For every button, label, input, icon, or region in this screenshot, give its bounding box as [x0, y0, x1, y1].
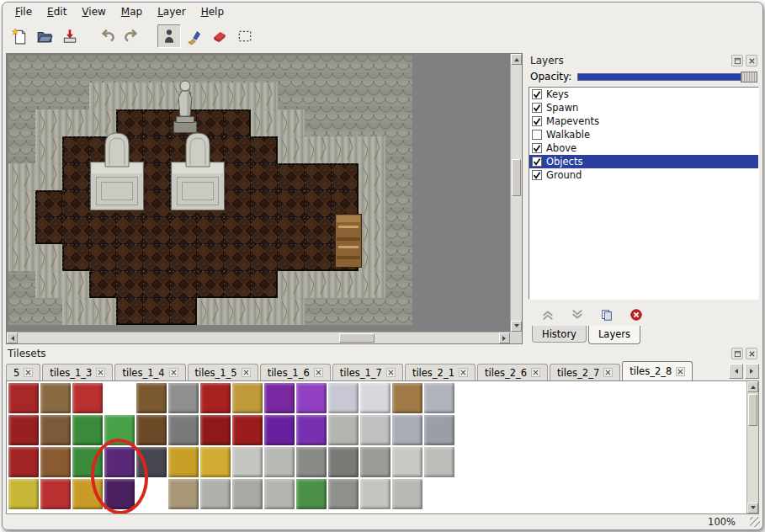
close-icon[interactable]	[746, 55, 757, 66]
opacity-slider-handle[interactable]	[741, 72, 757, 82]
tileset-tab-5[interactable]: 5	[6, 364, 40, 380]
detach-icon[interactable]	[731, 55, 743, 66]
tileset-tile[interactable]	[168, 415, 199, 445]
tileset-tile[interactable]	[328, 415, 359, 445]
tileset-tile[interactable]	[296, 447, 327, 477]
layer-row-keys[interactable]: Keys	[529, 88, 758, 101]
menu-help[interactable]: Help	[194, 4, 231, 19]
tileset-tile[interactable]	[40, 447, 71, 477]
tileset-tile[interactable]	[264, 383, 295, 413]
tileset-tab-tiles_1_7[interactable]: tiles_1_7	[332, 364, 403, 380]
layer-visibility-checkbox[interactable]	[532, 143, 542, 153]
tileset-tile[interactable]	[424, 447, 454, 477]
tileset-tile[interactable]	[264, 447, 295, 477]
map-horizontal-scrollbar[interactable]	[7, 332, 510, 343]
tileset-tile[interactable]	[8, 447, 39, 477]
tileset-tile[interactable]	[104, 415, 135, 445]
tileset-tile[interactable]	[136, 383, 167, 413]
layer-visibility-checkbox[interactable]	[532, 103, 542, 113]
menu-view[interactable]: View	[74, 4, 113, 19]
tileset-tab-tiles_1_5[interactable]: tiles_1_5	[188, 364, 258, 380]
tab-scroll-left-icon[interactable]	[729, 364, 743, 379]
tileset-tile[interactable]	[296, 479, 327, 509]
tileset-tab-tiles_2_1[interactable]: tiles_2_1	[405, 364, 475, 380]
tileset-tile[interactable]	[232, 415, 263, 445]
tileset-tile[interactable]	[232, 447, 263, 477]
tab-close-icon[interactable]	[96, 368, 105, 377]
tab-scroll-right-icon[interactable]	[745, 364, 759, 379]
tileset-tile[interactable]	[264, 415, 295, 445]
tab-close-icon[interactable]	[242, 368, 251, 377]
tab-close-icon[interactable]	[386, 368, 396, 377]
tileset-tile[interactable]	[360, 479, 390, 509]
tileset-tile[interactable]	[296, 383, 327, 413]
tileset-tile[interactable]	[392, 479, 422, 509]
menu-file[interactable]: File	[8, 4, 40, 19]
tileset-tile[interactable]	[328, 447, 359, 477]
opacity-slider-track[interactable]	[577, 73, 757, 81]
save-button[interactable]	[58, 24, 82, 48]
tileset-tile[interactable]	[392, 415, 422, 445]
tileset-tab-tiles_2_8[interactable]: tiles_2_8	[622, 361, 693, 380]
layer-row-objects[interactable]: Objects	[529, 155, 758, 168]
scroll-down-icon[interactable]	[511, 321, 522, 332]
tileset-tile[interactable]	[72, 479, 103, 509]
scroll-down-icon[interactable]	[747, 503, 758, 513]
tileset-tile[interactable]	[40, 415, 71, 445]
close-icon[interactable]	[746, 348, 757, 359]
layer-visibility-checkbox[interactable]	[532, 170, 542, 180]
tileset-tile[interactable]	[8, 479, 39, 509]
tab-close-icon[interactable]	[603, 368, 613, 377]
menu-layer[interactable]: Layer	[150, 4, 193, 19]
tileset-tab-tiles_2_7[interactable]: tiles_2_7	[550, 364, 620, 380]
stamp-tool-button[interactable]	[157, 24, 181, 48]
tileset-tile[interactable]	[8, 383, 39, 413]
tab-close-icon[interactable]	[459, 368, 468, 377]
map-canvas[interactable]	[8, 56, 412, 325]
tileset-tab-tiles_1_3[interactable]: tiles_1_3	[42, 364, 113, 380]
tileset-tile[interactable]	[328, 479, 359, 509]
layer-row-mapevents[interactable]: Mapevents	[529, 114, 758, 128]
tileset-tile[interactable]	[360, 447, 390, 477]
tileset-tile[interactable]	[360, 415, 390, 445]
scroll-up-icon[interactable]	[747, 381, 758, 392]
layer-visibility-checkbox[interactable]	[532, 130, 542, 140]
detach-icon[interactable]	[731, 348, 743, 359]
tileset-tile[interactable]	[168, 447, 199, 477]
tileset-tile[interactable]	[232, 479, 263, 509]
vertical-scroll-thumb[interactable]	[512, 159, 521, 196]
tileset-tile[interactable]	[392, 447, 422, 477]
dock-tab-layers[interactable]: Layers	[588, 326, 640, 344]
scroll-left-icon[interactable]	[7, 332, 18, 343]
resize-grip-icon[interactable]	[750, 517, 760, 527]
move-layer-down-button[interactable]	[568, 306, 587, 323]
tileset-tile[interactable]	[264, 479, 295, 509]
tileset-tile[interactable]	[168, 479, 199, 509]
opacity-slider[interactable]	[577, 72, 757, 82]
tileset-tile[interactable]	[232, 383, 263, 413]
tileset-tile[interactable]	[200, 479, 231, 509]
tileset-tile[interactable]	[200, 383, 231, 413]
vertical-scroll-thumb[interactable]	[748, 394, 757, 426]
tileset-tile[interactable]	[296, 415, 327, 445]
redo-button[interactable]	[120, 24, 144, 48]
tileset-tab-tiles_2_6[interactable]: tiles_2_6	[477, 364, 548, 380]
tileset-tab-tiles_1_4[interactable]: tiles_1_4	[114, 364, 185, 380]
duplicate-layer-button[interactable]	[598, 306, 616, 323]
tileset-tile[interactable]	[200, 415, 231, 445]
tileset-tile[interactable]	[136, 447, 167, 477]
tab-close-icon[interactable]	[24, 368, 33, 377]
tileset-tile[interactable]	[424, 415, 454, 445]
delete-layer-button[interactable]	[627, 306, 645, 323]
tab-close-icon[interactable]	[531, 368, 540, 377]
select-tool-button[interactable]	[233, 24, 257, 48]
tileset-tile[interactable]	[72, 447, 103, 477]
scroll-up-icon[interactable]	[511, 54, 522, 65]
open-button[interactable]	[33, 24, 56, 48]
horizontal-scroll-thumb[interactable]	[339, 333, 375, 343]
tileset-tile[interactable]	[104, 479, 135, 509]
layer-row-spawn[interactable]: Spawn	[529, 101, 758, 114]
tileset-tile[interactable]	[40, 383, 71, 413]
tab-close-icon[interactable]	[169, 368, 178, 377]
menu-map[interactable]: Map	[114, 4, 150, 19]
